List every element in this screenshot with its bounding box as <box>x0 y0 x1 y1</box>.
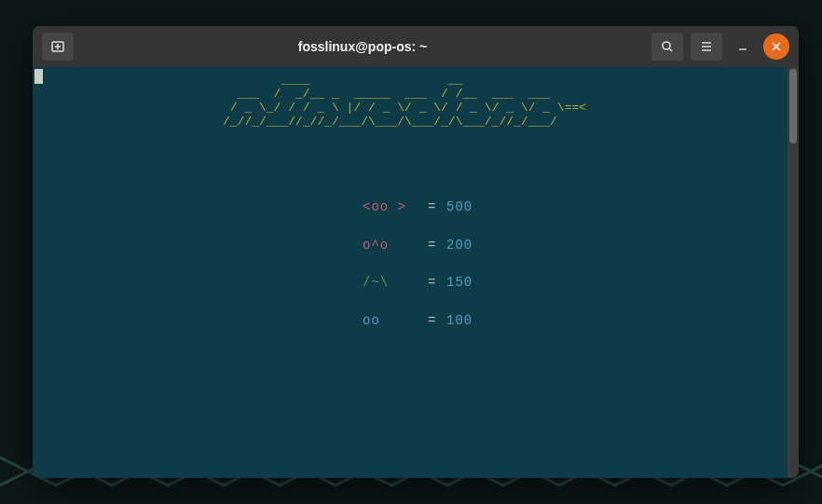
svg-line-4 <box>669 48 672 51</box>
search-button[interactable] <box>651 33 683 61</box>
minimize-button[interactable] <box>730 34 756 60</box>
score-row: /~\ = 150 <box>363 275 795 291</box>
score-equals: = <box>428 238 446 253</box>
score-equals: = <box>428 199 446 215</box>
score-value: 100 <box>446 313 473 329</box>
search-icon <box>661 40 674 53</box>
close-button[interactable] <box>763 34 789 60</box>
svg-point-3 <box>663 42 670 49</box>
terminal-cursor <box>34 69 43 84</box>
score-icon: /~\ <box>363 275 428 291</box>
hamburger-icon <box>700 40 713 53</box>
new-tab-button[interactable] <box>42 33 74 61</box>
window-title: fosslinux@pop-os: ~ <box>81 39 644 54</box>
scrollbar-thumb[interactable] <box>789 69 797 143</box>
score-table: <oo > = 500o^o = 200/~\ = 150oo = 100 <box>363 199 795 329</box>
score-icon: oo <box>363 313 428 329</box>
menu-button[interactable] <box>691 33 722 61</box>
score-value: 150 <box>446 275 473 291</box>
score-icon: <oo > <box>363 199 428 215</box>
terminal-content[interactable]: ____ __ ___ / _/__ _ _____ ___ / /__ ___… <box>33 67 799 478</box>
score-value: 500 <box>446 199 473 215</box>
minimize-icon <box>737 41 748 52</box>
score-equals: = <box>428 275 446 291</box>
score-row: <oo > = 500 <box>363 199 795 215</box>
score-value: 200 <box>446 238 473 253</box>
new-tab-icon <box>50 39 65 54</box>
ninvaders-logo: ____ __ ___ / _/__ _ _____ ___ / /__ ___… <box>223 74 795 129</box>
score-row: o^o = 200 <box>363 238 795 253</box>
titlebar: fosslinux@pop-os: ~ <box>33 26 799 67</box>
terminal-window: fosslinux@pop-os: ~ <box>33 26 799 478</box>
score-equals: = <box>428 313 446 329</box>
score-icon: o^o <box>363 238 428 253</box>
scrollbar[interactable] <box>788 67 799 478</box>
score-row: oo = 100 <box>363 313 795 329</box>
close-icon <box>772 42 781 51</box>
